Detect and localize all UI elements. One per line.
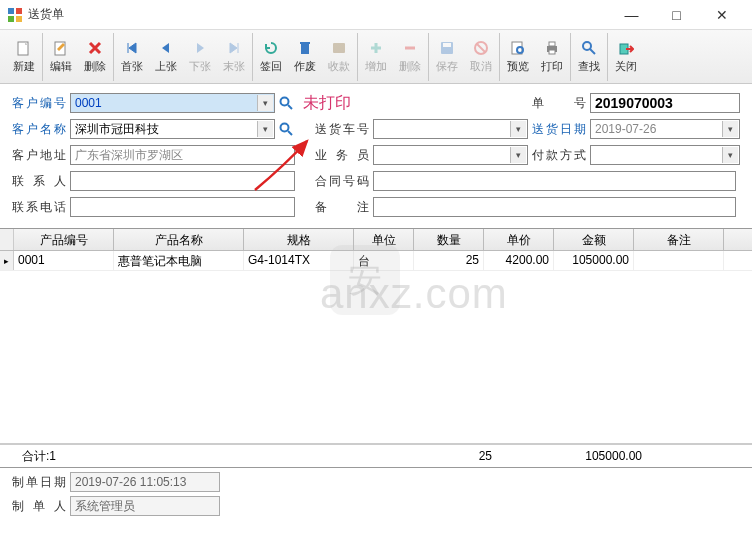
print-icon — [543, 39, 561, 57]
col-name[interactable]: 产品名称 — [114, 229, 244, 250]
svg-point-17 — [583, 42, 591, 50]
label-salesman: 业 务 员 — [315, 147, 373, 164]
customer-no-select[interactable]: 0001 ▾ — [70, 93, 275, 113]
label-remark: 备 注 — [315, 199, 373, 216]
svg-rect-6 — [301, 44, 309, 54]
chevron-down-icon: ▾ — [722, 147, 738, 163]
footer-area: 制单日期 制 单 人 — [0, 468, 752, 524]
search-icon — [580, 39, 598, 57]
next-button: 下张 — [186, 37, 214, 76]
app-icon — [8, 8, 22, 22]
phone-input[interactable] — [70, 197, 295, 217]
svg-rect-2 — [8, 16, 14, 22]
col-amount[interactable]: 金额 — [554, 229, 634, 250]
edit-icon — [52, 39, 70, 57]
window-title: 送货单 — [28, 6, 609, 23]
contract-no-input[interactable] — [373, 171, 736, 191]
svg-point-20 — [281, 98, 289, 106]
print-status: 未打印 — [303, 93, 351, 114]
cancel-icon — [472, 39, 490, 57]
deliver-date-select[interactable]: 2019-07-26▾ — [590, 119, 740, 139]
last-button: 末张 — [220, 37, 248, 76]
col-unit[interactable]: 单位 — [354, 229, 414, 250]
label-contractno: 合同号码 — [315, 173, 373, 190]
svg-rect-16 — [549, 50, 555, 54]
void-icon — [296, 39, 314, 57]
close-icon — [617, 39, 635, 57]
print-button[interactable]: 打印 — [538, 37, 566, 76]
cancel-button: 取消 — [467, 37, 495, 76]
next-icon — [191, 39, 209, 57]
close-button[interactable]: 关闭 — [612, 37, 640, 76]
receive-button: 收款 — [325, 37, 353, 76]
contact-input[interactable] — [70, 171, 295, 191]
new-button[interactable]: 新建 — [10, 37, 38, 76]
col-price[interactable]: 单价 — [484, 229, 554, 250]
paymethod-select[interactable]: ▾ — [590, 145, 740, 165]
order-no-input[interactable] — [590, 93, 740, 113]
close-button[interactable]: ✕ — [699, 1, 744, 29]
customer-addr-input[interactable] — [70, 145, 295, 165]
car-no-select[interactable]: ▾ — [373, 119, 528, 139]
label-phone: 联系电话 — [12, 199, 70, 216]
makedate-input — [70, 472, 220, 492]
svg-point-22 — [281, 124, 289, 132]
customer-name-select[interactable]: 深圳市冠田科技 ▾ — [70, 119, 275, 139]
last-icon — [225, 39, 243, 57]
col-remark[interactable]: 备注 — [634, 229, 724, 250]
label-makedate: 制单日期 — [12, 474, 70, 491]
remove-icon — [401, 39, 419, 57]
svg-rect-1 — [16, 8, 22, 14]
label-deliverdate: 送货日期 — [532, 121, 590, 138]
label-contact: 联 系 人 — [12, 173, 70, 190]
label-carno: 送货车号 — [315, 121, 373, 138]
svg-rect-8 — [333, 43, 345, 53]
edit-button[interactable]: 编辑 — [47, 37, 75, 76]
table-row[interactable]: ▸0001惠普笔记本电脑G4-1014TX台254200.00105000.00 — [0, 251, 752, 271]
svg-line-21 — [288, 105, 292, 109]
label-orderno: 单 号 — [532, 95, 590, 112]
save-button: 保存 — [433, 37, 461, 76]
add-button: 增加 — [362, 37, 390, 76]
delete-icon — [86, 39, 104, 57]
label-maker: 制 单 人 — [12, 498, 70, 515]
row-marker-icon: ▸ — [0, 251, 14, 270]
delete-button[interactable]: 删除 — [81, 37, 109, 76]
label-paymethod: 付款方式 — [532, 147, 590, 164]
label-custaddr: 客户地址 — [12, 147, 70, 164]
search-icon-custname[interactable] — [277, 120, 295, 138]
chevron-down-icon: ▾ — [510, 147, 526, 163]
void-button[interactable]: 作废 — [291, 37, 319, 76]
chevron-down-icon: ▾ — [257, 95, 273, 111]
customer-no-value: 0001 — [75, 96, 102, 110]
minimize-button[interactable]: — — [609, 1, 654, 29]
preview-button[interactable]: 预览 — [504, 37, 532, 76]
col-qty[interactable]: 数量 — [414, 229, 484, 250]
search-icon-custno[interactable] — [277, 94, 295, 112]
summary-amount: 105000.00 — [562, 449, 642, 463]
receive-icon — [330, 39, 348, 57]
signback-button[interactable]: 签回 — [257, 37, 285, 76]
add-icon — [367, 39, 385, 57]
label-custno: 客户编号 — [12, 95, 70, 112]
prev-button[interactable]: 上张 — [152, 37, 180, 76]
form-area: 客户编号 0001 ▾ 未打印 单 号 客户名称 深圳市冠田科技 ▾ 送货车号 … — [0, 84, 752, 229]
svg-line-18 — [590, 49, 595, 54]
label-custname: 客户名称 — [12, 121, 70, 138]
col-code[interactable]: 产品编号 — [14, 229, 114, 250]
svg-rect-10 — [443, 43, 451, 47]
maximize-button[interactable]: □ — [654, 1, 699, 29]
maker-input — [70, 496, 220, 516]
prev-icon — [157, 39, 175, 57]
first-button[interactable]: 首张 — [118, 37, 146, 76]
customer-name-value: 深圳市冠田科技 — [75, 121, 159, 138]
remove-button: 删除 — [396, 37, 424, 76]
salesman-select[interactable]: ▾ — [373, 145, 528, 165]
summary-qty: 25 — [422, 449, 492, 463]
svg-rect-7 — [300, 42, 310, 44]
chevron-down-icon: ▾ — [722, 121, 738, 137]
col-spec[interactable]: 规格 — [244, 229, 354, 250]
toolbar: 新建编辑删除首张上张下张末张签回作废收款增加删除保存取消预览打印查找关闭 — [0, 30, 752, 84]
search-button[interactable]: 查找 — [575, 37, 603, 76]
remark-input[interactable] — [373, 197, 736, 217]
